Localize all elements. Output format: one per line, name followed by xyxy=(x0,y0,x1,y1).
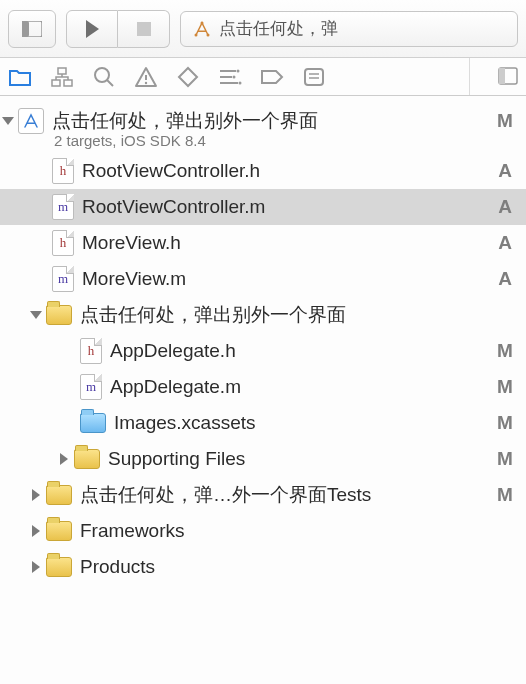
folder-icon xyxy=(46,521,72,541)
svg-rect-1 xyxy=(22,21,29,37)
tree-row[interactable]: hAppDelegate.hM xyxy=(0,333,526,369)
issue-navigator-tab[interactable] xyxy=(134,65,158,89)
disclosure-triangle[interactable] xyxy=(32,561,40,573)
disclosure-triangle[interactable] xyxy=(60,453,68,465)
impl-file-icon: m xyxy=(52,194,74,220)
scm-status: M xyxy=(494,110,516,132)
warning-icon xyxy=(134,66,158,88)
tree-row[interactable]: 点击任何处，弹出别外一个界面 xyxy=(0,297,526,333)
separator xyxy=(469,58,470,95)
svg-point-11 xyxy=(145,81,147,83)
scm-status: A xyxy=(494,160,516,182)
scm-status: M xyxy=(494,448,516,470)
panel-icon xyxy=(22,21,42,37)
header-file-icon: h xyxy=(80,338,102,364)
project-subtitle: 2 targets, iOS SDK 8.4 xyxy=(54,132,526,149)
stop-button[interactable] xyxy=(118,10,170,48)
file-name: RootViewController.m xyxy=(82,196,494,218)
scm-status: M xyxy=(494,376,516,398)
right-pane-icon[interactable] xyxy=(498,67,518,87)
svg-rect-5 xyxy=(58,68,66,74)
folder-icon xyxy=(46,485,72,505)
svg-point-15 xyxy=(237,69,240,72)
scheme-text: 点击任何处，弹 xyxy=(219,17,338,40)
hierarchy-icon xyxy=(51,67,73,87)
search-icon xyxy=(93,66,115,88)
disclosure-triangle[interactable] xyxy=(32,489,40,501)
file-name: Frameworks xyxy=(80,520,494,542)
diamond-icon xyxy=(177,66,199,88)
folder-icon xyxy=(46,557,72,577)
tree-row[interactable]: mMoreView.mA xyxy=(0,261,526,297)
folder-icon xyxy=(9,68,31,86)
file-name: 点击任何处，弹…外一个界面Tests xyxy=(80,482,494,508)
test-navigator-tab[interactable] xyxy=(176,65,200,89)
tree-row[interactable]: Frameworks xyxy=(0,513,526,549)
folder-icon xyxy=(46,305,72,325)
file-name: Images.xcassets xyxy=(114,412,494,434)
svg-point-16 xyxy=(233,75,236,78)
tree-row[interactable]: Supporting FilesM xyxy=(0,441,526,477)
tree-row[interactable]: Products xyxy=(0,549,526,585)
svg-point-2 xyxy=(195,33,198,36)
run-button[interactable] xyxy=(66,10,118,48)
svg-rect-7 xyxy=(64,80,72,86)
assets-folder-icon xyxy=(80,413,106,433)
breakpoint-icon xyxy=(260,69,284,85)
impl-file-icon: m xyxy=(52,266,74,292)
log-icon xyxy=(303,67,325,87)
header-file-icon: h xyxy=(52,230,74,256)
scheme-selector[interactable]: 点击任何处，弹 xyxy=(180,11,518,47)
svg-point-17 xyxy=(239,81,242,84)
find-navigator-tab[interactable] xyxy=(92,65,116,89)
debug-navigator-tab[interactable] xyxy=(218,65,242,89)
scm-status: M xyxy=(494,412,516,434)
file-name: AppDelegate.h xyxy=(110,340,494,362)
scm-status: M xyxy=(494,484,516,506)
svg-point-8 xyxy=(95,68,109,82)
breakpoint-navigator-tab[interactable] xyxy=(260,65,284,89)
run-stop-group xyxy=(8,10,170,48)
svg-point-3 xyxy=(207,33,210,36)
project-tree: 点击任何处，弹出别外一个界面 M 2 targets, iOS SDK 8.4 … xyxy=(0,96,526,585)
file-name: MoreView.h xyxy=(82,232,494,254)
tree-row[interactable]: Images.xcassetsM xyxy=(0,405,526,441)
svg-line-9 xyxy=(107,80,113,86)
tree-row[interactable]: mAppDelegate.mM xyxy=(0,369,526,405)
stop-icon xyxy=(137,22,151,36)
tree-row[interactable]: hRootViewController.hA xyxy=(0,153,526,189)
svg-rect-18 xyxy=(305,69,323,85)
svg-point-4 xyxy=(201,21,204,24)
gauge-icon xyxy=(218,68,242,86)
file-name: RootViewController.h xyxy=(82,160,494,182)
report-navigator-tab[interactable] xyxy=(302,65,326,89)
main-toolbar: 点击任何处，弹 xyxy=(0,0,526,58)
impl-file-icon: m xyxy=(80,374,102,400)
folder-icon xyxy=(74,449,100,469)
svg-rect-6 xyxy=(52,80,60,86)
disclosure-triangle[interactable] xyxy=(30,311,42,319)
file-name: Supporting Files xyxy=(108,448,494,470)
disclosure-triangle[interactable] xyxy=(32,525,40,537)
toggle-button[interactable] xyxy=(8,10,56,48)
project-icon xyxy=(18,108,44,134)
file-name: MoreView.m xyxy=(82,268,494,290)
symbol-navigator-tab[interactable] xyxy=(50,65,74,89)
play-icon xyxy=(86,20,99,38)
scm-status: M xyxy=(494,340,516,362)
app-icon xyxy=(193,20,211,38)
scm-status: A xyxy=(494,232,516,254)
tree-row[interactable]: hMoreView.hA xyxy=(0,225,526,261)
header-file-icon: h xyxy=(52,158,74,184)
file-name: Products xyxy=(80,556,494,578)
project-navigator-tab[interactable] xyxy=(8,65,32,89)
disclosure-triangle[interactable] xyxy=(2,117,14,125)
project-name: 点击任何处，弹出别外一个界面 xyxy=(52,108,494,134)
tree-row[interactable]: mRootViewController.mA xyxy=(0,189,526,225)
scm-status: A xyxy=(494,268,516,290)
tree-row[interactable]: 点击任何处，弹…外一个界面TestsM xyxy=(0,477,526,513)
file-name: AppDelegate.m xyxy=(110,376,494,398)
svg-rect-22 xyxy=(499,68,505,84)
navigator-tabs xyxy=(0,58,526,96)
scm-status: A xyxy=(494,196,516,218)
